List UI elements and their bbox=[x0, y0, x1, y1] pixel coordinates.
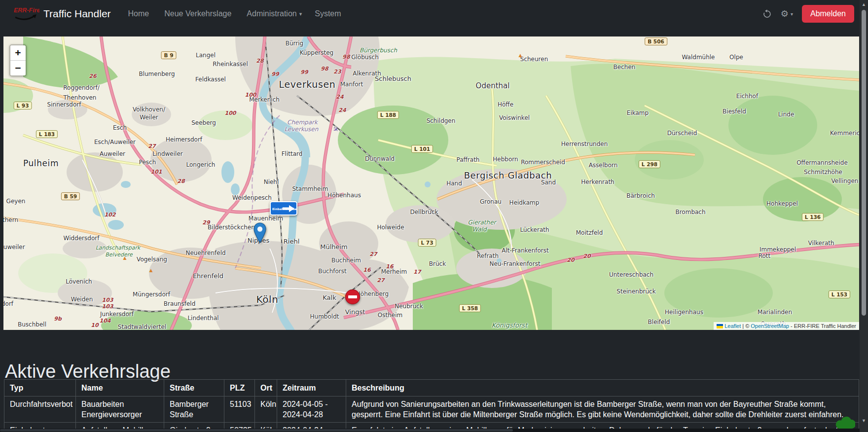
map-label: Kemmerich bbox=[830, 130, 859, 137]
vertical-scrollbar[interactable]: ▲ ▼ bbox=[860, 0, 868, 432]
leaflet-link[interactable]: Leaflet bbox=[724, 323, 741, 329]
map-label: Landschaftspark bbox=[96, 245, 141, 251]
map-label: Braunsfeld bbox=[164, 300, 196, 307]
openstreetmap-link[interactable]: OpenStreetMap bbox=[751, 323, 789, 329]
map-label: Bürgerbusch bbox=[360, 47, 397, 54]
horizontal-scrollbar[interactable] bbox=[0, 429, 860, 432]
map-label: Rommerscheid bbox=[521, 159, 565, 166]
logout-button[interactable]: Abmelden bbox=[802, 5, 854, 23]
map-label: 16 bbox=[386, 263, 393, 270]
map-label: 102 bbox=[105, 212, 116, 218]
map-label: Seeberg bbox=[191, 119, 216, 126]
map-label: 27 bbox=[369, 251, 377, 257]
nav-item[interactable]: Neue Verkehrslage bbox=[158, 5, 240, 22]
traffic-table: TypNameStraßePLZOrtZeitraumBeschreibung … bbox=[4, 379, 859, 432]
map-label: Dellbrück bbox=[410, 209, 438, 216]
table-header-cell: Beschreibung bbox=[346, 380, 859, 396]
map-label: Schildgen bbox=[427, 117, 456, 124]
refresh-button[interactable] bbox=[762, 9, 772, 19]
map-label: Vogelsang bbox=[137, 256, 167, 263]
map-label: Herkenrath bbox=[581, 179, 614, 185]
map-label: Refrath bbox=[477, 252, 499, 259]
map-label: Hand bbox=[446, 180, 462, 187]
einbahnstrasse-sign-marker[interactable]: Einbahnstraße bbox=[270, 201, 297, 216]
map-label: 28 bbox=[256, 58, 263, 64]
attribution-suffix: - ERR-FIRE Traffic Handler bbox=[791, 323, 856, 329]
zoom-out-button[interactable]: − bbox=[10, 61, 26, 75]
map-label: 99 bbox=[271, 71, 279, 77]
map-label: 28 bbox=[177, 178, 184, 184]
map-label: Humboldt bbox=[310, 313, 339, 320]
map-label: 24 bbox=[336, 94, 343, 100]
map-label: Auweiler bbox=[100, 150, 125, 157]
road-shield: L 153 bbox=[829, 290, 850, 298]
map-label: Volkhoven/ bbox=[133, 106, 165, 113]
app-brand[interactable]: Traffic Handler bbox=[43, 8, 111, 20]
map-label: Königsforst bbox=[492, 322, 527, 329]
nav-item[interactable]: Administration▾ bbox=[240, 5, 308, 22]
map-label: Gronau bbox=[480, 198, 502, 205]
map-label: Dünnwald bbox=[365, 155, 395, 162]
map-label: Holweide bbox=[377, 224, 404, 231]
scroll-up-arrow[interactable]: ▲ bbox=[860, 1, 868, 8]
vertical-scrollbar-thumb[interactable] bbox=[862, 10, 866, 316]
map-label: Höhenberg bbox=[356, 290, 389, 297]
navbar-right: ⚙ ▾ Abmelden bbox=[762, 0, 854, 28]
settings-menu-button[interactable]: ⚙ ▾ bbox=[781, 8, 793, 19]
map-label: Buchheim bbox=[331, 257, 361, 264]
map-label: Köln bbox=[256, 293, 279, 305]
road-shield: L 136 bbox=[802, 213, 824, 221]
nav-item[interactable]: System bbox=[308, 5, 350, 22]
map-label: Alt-Frankenforst bbox=[502, 247, 548, 254]
map-label: 26 bbox=[89, 73, 96, 79]
road-shield: L 298 bbox=[639, 160, 660, 168]
app-window: ERR-Fire Traffic Handler HomeNeue Verkeh… bbox=[0, 0, 868, 432]
map-label: Odenthal bbox=[476, 81, 510, 90]
map-label: Glöbusch bbox=[351, 54, 379, 61]
table-header-cell: Name bbox=[76, 380, 164, 396]
no-entry-sign-marker[interactable] bbox=[345, 289, 360, 304]
road-shield: L 73 bbox=[418, 239, 436, 247]
map-label: Rheinkassel bbox=[213, 61, 248, 68]
scroll-down-arrow[interactable]: ▼ bbox=[860, 417, 868, 424]
road-shield: L 101 bbox=[411, 145, 433, 153]
map-label: Steinenbrück bbox=[616, 288, 655, 295]
map-label: Voiswinkel bbox=[499, 114, 530, 121]
map-zoom-control: + − bbox=[9, 44, 27, 76]
map-label: Schlebusch bbox=[375, 75, 411, 82]
road-shield: B 59 bbox=[61, 192, 80, 200]
map-label: 100 bbox=[245, 92, 256, 98]
map-label: Brombach bbox=[675, 209, 705, 216]
map-label: Olpe bbox=[729, 54, 743, 61]
map-label: Vellingen bbox=[832, 178, 859, 184]
map-label: Schmitzhöhe bbox=[804, 169, 842, 176]
map-label: Weiden bbox=[71, 296, 93, 303]
cloud-status-icon bbox=[834, 415, 855, 430]
nav-links: HomeNeue VerkehrslageAdministration▾Syst… bbox=[122, 5, 350, 22]
map-label: 10 bbox=[91, 322, 98, 328]
map-label: Lindenthal bbox=[187, 315, 218, 322]
cell-beschreibung: Aufgrund von Sanierungsarbeiten an den T… bbox=[346, 396, 859, 423]
map-label: Müngersdorf bbox=[133, 291, 170, 298]
map-label: Leverkusen bbox=[279, 79, 336, 90]
map-label: auweiler bbox=[3, 244, 25, 251]
map-label: Heiligenhaus bbox=[665, 309, 703, 316]
map-label: Sand bbox=[541, 179, 556, 186]
map-label: Buschbell bbox=[18, 321, 46, 328]
table-header-cell: Zeitraum bbox=[277, 380, 346, 396]
map-label: Manfort bbox=[340, 81, 363, 88]
chevron-down-icon: ▾ bbox=[791, 11, 793, 17]
horizontal-scrollbar-thumb[interactable] bbox=[0, 429, 513, 432]
cell-ort: Köln bbox=[255, 396, 277, 423]
nav-item[interactable]: Home bbox=[122, 5, 158, 22]
map-label: Riehl bbox=[284, 238, 300, 245]
map-label: Asselborn bbox=[589, 162, 618, 169]
err-fire-logo[interactable]: ERR-Fire bbox=[13, 4, 39, 24]
map-label: Waldmühle bbox=[682, 54, 715, 61]
map-label: Marialinden bbox=[758, 309, 792, 316]
map-canvas[interactable]: KölnLeverkusenBergisch GladbachPulheimOd… bbox=[3, 36, 859, 330]
map-label: Bilderstöckchen bbox=[208, 224, 255, 231]
road-shield: L 358 bbox=[459, 304, 481, 312]
zoom-in-button[interactable]: + bbox=[10, 45, 26, 61]
location-pin-marker[interactable] bbox=[253, 222, 266, 243]
